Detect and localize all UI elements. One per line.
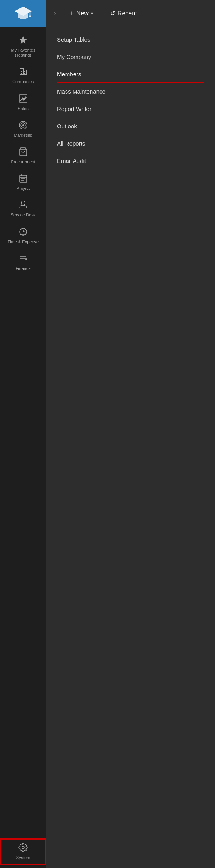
plus-icon: + xyxy=(70,9,74,17)
project-icon xyxy=(18,174,28,184)
recent-button[interactable]: ↺ Recent xyxy=(106,7,142,19)
sidebar-item-label: Marketing xyxy=(14,133,32,138)
dropdown-menu: Setup Tables My Company Members Mass Mai… xyxy=(46,27,215,868)
star-icon xyxy=(18,35,28,46)
dropdown-item-email-audit[interactable]: Email Audit xyxy=(46,152,215,169)
expand-sidebar-button[interactable]: › xyxy=(52,8,57,18)
finance-icon xyxy=(18,254,28,265)
sidebar-item-marketing[interactable]: Marketing xyxy=(0,116,46,142)
recent-icon: ↺ xyxy=(110,10,115,17)
sidebar-item-procurement[interactable]: Procurement xyxy=(0,142,46,169)
sidebar-item-label: Procurement xyxy=(11,159,35,164)
topbar: › + New ▾ ↺ Recent xyxy=(46,0,215,27)
time-expense-icon xyxy=(18,227,28,238)
logo-icon xyxy=(13,3,33,23)
svg-point-0 xyxy=(29,15,31,17)
sidebar-item-finance[interactable]: Finance xyxy=(0,249,46,276)
dropdown-item-report-writer[interactable]: Report Writer xyxy=(46,100,215,117)
sidebar-item-sales[interactable]: Sales xyxy=(0,89,46,116)
sidebar-item-companies[interactable]: Companies xyxy=(0,62,46,89)
companies-icon xyxy=(18,67,28,78)
main-area: › + New ▾ ↺ Recent Setup Tables My Compa… xyxy=(46,0,215,868)
sidebar-item-my-favorites[interactable]: My Favorites (Testing) xyxy=(0,31,46,62)
marketing-icon xyxy=(18,121,28,131)
all-reports-label: All Reports xyxy=(57,140,85,147)
recent-label: Recent xyxy=(118,10,137,17)
sidebar: My Favorites (Testing) Companies Sales M… xyxy=(0,0,46,868)
sidebar-item-service-desk[interactable]: Service Desk xyxy=(0,196,46,222)
email-audit-label: Email Audit xyxy=(57,158,86,164)
sidebar-nav: My Favorites (Testing) Companies Sales M… xyxy=(0,27,46,835)
members-label: Members xyxy=(57,71,81,77)
service-desk-icon xyxy=(18,200,28,211)
new-button[interactable]: + New ▾ xyxy=(65,7,98,20)
my-company-label: My Company xyxy=(57,54,91,60)
sidebar-item-label: Service Desk xyxy=(11,213,36,218)
sidebar-item-label: Companies xyxy=(12,79,34,84)
mass-maintenance-label: Mass Maintenance xyxy=(57,88,106,95)
dropdown-item-outlook[interactable]: Outlook xyxy=(46,117,215,135)
sidebar-bottom: System xyxy=(0,835,46,868)
sidebar-item-label: Finance xyxy=(15,266,30,271)
sidebar-item-system[interactable]: System xyxy=(0,838,46,865)
sidebar-item-project[interactable]: Project xyxy=(0,169,46,196)
sales-icon xyxy=(18,94,28,105)
dropdown-item-mass-maintenance[interactable]: Mass Maintenance xyxy=(46,83,215,100)
system-label: System xyxy=(16,855,30,860)
dropdown-item-my-company[interactable]: My Company xyxy=(46,48,215,65)
setup-tables-label: Setup Tables xyxy=(57,36,90,43)
dropdown-item-setup-tables[interactable]: Setup Tables xyxy=(46,31,215,48)
dropdown-item-members[interactable]: Members xyxy=(46,65,215,83)
sidebar-item-label: My Favorites (Testing) xyxy=(2,48,44,58)
sidebar-logo xyxy=(0,0,46,27)
new-label: New xyxy=(76,10,89,17)
report-writer-label: Report Writer xyxy=(57,106,91,112)
sidebar-item-time-expense[interactable]: Time & Expense xyxy=(0,223,46,249)
chevron-down-icon: ▾ xyxy=(91,11,93,16)
sidebar-item-label: Time & Expense xyxy=(8,240,39,245)
dropdown-item-all-reports[interactable]: All Reports xyxy=(46,135,215,152)
sidebar-item-label: Sales xyxy=(18,106,29,111)
procurement-icon xyxy=(18,147,28,158)
gear-icon xyxy=(18,843,28,854)
sidebar-item-label: Project xyxy=(17,186,30,191)
svg-point-4 xyxy=(22,124,24,126)
outlook-label: Outlook xyxy=(57,123,77,129)
